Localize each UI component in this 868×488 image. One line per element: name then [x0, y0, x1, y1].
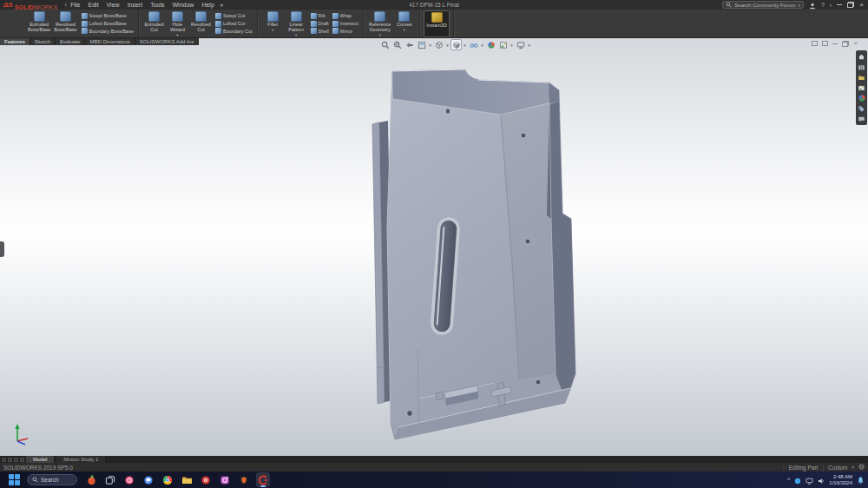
design-library-icon[interactable] [858, 63, 866, 71]
dropdown-caret-icon[interactable]: ▾ [379, 33, 381, 37]
tab-nav-next-icon[interactable] [14, 458, 18, 462]
taskbar-search-box[interactable]: Search [27, 474, 77, 485]
display-tray-icon[interactable] [806, 472, 813, 488]
display-style-icon[interactable] [450, 39, 462, 50]
brave-app-icon[interactable] [237, 472, 251, 487]
swept-cut-button[interactable]: Swept Cut [215, 12, 253, 20]
taskbar-clock[interactable]: 2:48 AM 1/16/2024 [829, 474, 852, 485]
linear-pattern-button[interactable]: LinearPattern▾ [285, 10, 308, 37]
help-icon[interactable]: ? [821, 2, 825, 8]
menu-window[interactable]: Window [172, 0, 194, 10]
dropdown-caret-icon[interactable]: ▾ [463, 43, 467, 48]
wrap-button[interactable]: Wrap [332, 12, 358, 20]
tab-evaluate[interactable]: Evaluate [56, 38, 85, 45]
file-explorer-app-icon[interactable] [180, 472, 194, 487]
window-tile-icon[interactable] [822, 41, 828, 46]
part-3d-model[interactable] [372, 69, 575, 439]
units-caret-icon[interactable]: ▾ [852, 465, 854, 470]
menu-file[interactable]: File [70, 0, 80, 10]
task-view-button[interactable] [103, 472, 117, 487]
menu-back-chevron-icon[interactable]: ‹ [65, 1, 68, 9]
graphics-area[interactable] [0, 45, 868, 456]
forum-icon[interactable] [858, 115, 866, 123]
dropdown-caret-icon[interactable]: ▾ [272, 28, 273, 32]
lofted-boss-base-button[interactable]: Lofted Boss/Base [82, 20, 134, 28]
pin-icon[interactable]: ★ [220, 2, 224, 8]
community-search-box[interactable]: Search Community Forum ▾ [722, 1, 804, 9]
volume-tray-icon[interactable] [818, 472, 825, 488]
mirror-button[interactable]: Mirror [332, 28, 358, 36]
rib-button[interactable]: Rib [311, 12, 329, 20]
view-orientation-icon[interactable] [433, 39, 444, 50]
intersect-button[interactable]: Intersect [332, 20, 358, 28]
dropdown-caret-icon[interactable]: ▾ [176, 33, 178, 37]
minimize-icon[interactable] [837, 4, 842, 5]
doc-restore-icon[interactable] [842, 41, 849, 47]
featuremanager-collapsed-tab[interactable] [0, 241, 4, 257]
reference-geometry-button[interactable]: ReferenceGeometry▾ [367, 10, 392, 37]
tab-sketch[interactable]: Sketch [30, 38, 56, 45]
dropdown-caret-icon[interactable]: ▾ [428, 43, 432, 48]
apply-scene-icon[interactable] [497, 39, 509, 50]
tray-blue-icon[interactable] [794, 472, 801, 488]
hide-show-items-icon[interactable] [468, 39, 479, 50]
solidworks-app-icon[interactable] [256, 472, 270, 487]
restore-icon[interactable] [847, 2, 854, 8]
chrome-app-icon[interactable] [161, 472, 174, 487]
lofted-cut-button[interactable]: Lofted Cut [215, 20, 253, 28]
fillet-button[interactable]: Fillet▾ [261, 10, 285, 37]
notification-bell-icon[interactable] [857, 476, 865, 485]
shell-button[interactable]: Shell [311, 28, 329, 36]
extruded-boss-base-button[interactable]: ExtrudedBoss/Base [26, 10, 52, 37]
section-view-icon[interactable] [416, 39, 427, 50]
boundary-cut-button[interactable]: Boundary Cut [215, 28, 253, 36]
menu-edit[interactable]: Edit [89, 0, 99, 10]
dropdown-caret-icon[interactable]: ▾ [445, 43, 450, 48]
curves-button[interactable]: Curves▾ [392, 10, 416, 37]
close-icon[interactable]: × [859, 2, 864, 9]
media-app-icon[interactable] [199, 472, 213, 487]
menu-view[interactable]: View [107, 0, 120, 10]
doc-minimize-icon[interactable] [832, 43, 838, 44]
doc-close-icon[interactable]: × [853, 40, 858, 47]
start-button[interactable] [9, 474, 20, 485]
dropdown-caret-icon[interactable]: ▾ [480, 43, 484, 48]
tab-mbd-dimensions[interactable]: MBD Dimensions [85, 38, 135, 45]
help-caret-icon[interactable]: ▾ [830, 3, 832, 8]
tab-features[interactable]: Features [0, 38, 30, 45]
tab-motion-study-1[interactable]: Motion Study 1 [56, 456, 106, 463]
photos-app-icon[interactable] [122, 472, 136, 487]
revolved-cut-button[interactable]: RevolvedCut [189, 10, 213, 37]
boundary-boss-base-button[interactable]: Boundary Boss/Base [82, 28, 134, 36]
menu-help[interactable]: Help [201, 0, 214, 10]
view-settings-icon[interactable] [515, 39, 526, 50]
window-cascade-icon[interactable] [812, 41, 818, 46]
instant3d-button[interactable]: Instant3D [424, 10, 450, 37]
dropdown-caret-icon[interactable]: ▾ [295, 33, 297, 37]
hole-wizard-button[interactable]: HoleWizard▾ [166, 10, 189, 37]
tab-nav-prev-icon[interactable] [8, 458, 12, 462]
file-explorer-icon[interactable] [858, 73, 866, 82]
swept-boss-base-button[interactable]: Swept Boss/Base [82, 12, 134, 20]
tab-solidworks-add-ins[interactable]: SOLIDWORKS Add-Ins [135, 38, 200, 45]
appearances-icon[interactable] [858, 94, 866, 102]
tag-globe-icon[interactable] [858, 464, 865, 471]
part-3d-scene[interactable] [0, 45, 868, 456]
user-icon[interactable] [809, 0, 816, 13]
menu-tools[interactable]: Tools [150, 0, 164, 10]
zoom-area-icon[interactable] [391, 39, 403, 50]
revolved-boss-base-button[interactable]: RevolvedBoss/Base [52, 10, 78, 37]
custom-properties-icon[interactable] [858, 104, 866, 113]
chat-app-icon[interactable] [141, 472, 155, 487]
view-palette-icon[interactable] [858, 83, 866, 92]
solidworks-resources-icon[interactable] [858, 52, 866, 61]
tab-nav-first-icon[interactable] [2, 458, 6, 462]
camera-app-icon[interactable] [218, 472, 232, 487]
dropdown-caret-icon[interactable]: ▾ [404, 28, 405, 32]
draft-button[interactable]: Draft [311, 20, 329, 28]
widgets-button[interactable] [84, 472, 98, 487]
menu-insert[interactable]: Insert [128, 0, 143, 10]
dropdown-caret-icon[interactable]: ▾ [527, 43, 531, 48]
previous-view-icon[interactable] [404, 39, 415, 50]
extruded-cut-button[interactable]: ExtrudedCut [142, 10, 166, 37]
